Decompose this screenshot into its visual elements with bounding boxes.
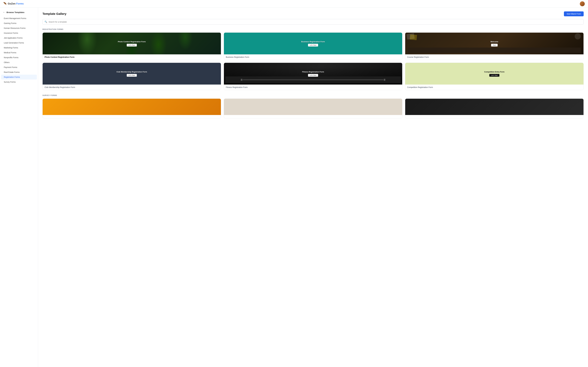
sidebar-item-insurance[interactable]: Insurance Forms bbox=[1, 31, 37, 35]
avatar[interactable] bbox=[580, 1, 585, 6]
card-label-survey-2 bbox=[224, 115, 402, 118]
sidebar-item-others[interactable]: Others bbox=[1, 60, 37, 65]
sidebar: ← Browse Templates Event Management Form… bbox=[0, 8, 38, 367]
card-thumbnail-club-membership: Club Membership Registration Form Let's … bbox=[43, 63, 221, 84]
registration-cards-grid: Photo Contest Registration Form Let's St… bbox=[43, 33, 584, 90]
card-business[interactable]: Business Registration Form Let's Start B… bbox=[224, 33, 402, 60]
gallery-title: Template Gallery bbox=[43, 12, 66, 16]
sidebar-item-nonprofits[interactable]: Nonprofits Forms bbox=[1, 55, 37, 60]
sidebar-nav: Event Management FormsGaming FormsHuman … bbox=[0, 16, 38, 84]
card-overlay-course: Welcome Start bbox=[405, 33, 584, 54]
search-input[interactable] bbox=[49, 21, 582, 23]
card-thumbnail-survey-1 bbox=[43, 99, 221, 115]
card-thumbnail-survey-3 bbox=[405, 99, 584, 115]
card-form-title-photo-contest: Photo Contest Registration Form bbox=[116, 41, 147, 43]
sidebar-header: ← Browse Templates bbox=[0, 10, 38, 16]
card-survey-2[interactable] bbox=[224, 99, 402, 118]
card-form-title-competition: Competition Entry Form bbox=[483, 71, 506, 73]
card-thumbnail-photo-contest: Photo Contest Registration Form Let's St… bbox=[43, 33, 221, 54]
card-form-title-business: Business Registration Form bbox=[300, 41, 326, 43]
registration-section: REGISTRATION FORMS Photo Contest Registr… bbox=[43, 28, 584, 90]
card-course[interactable]: Welcome Start Course Registration Form bbox=[405, 33, 584, 60]
card-label-survey-3 bbox=[405, 115, 584, 118]
card-label-fitness: Fitness Registration Form bbox=[224, 84, 402, 90]
sidebar-item-job-application[interactable]: Job Application Forms bbox=[1, 35, 37, 40]
card-thumbnail-competition: Competition Entry Form Let's Start bbox=[405, 63, 584, 84]
card-start-button-business[interactable]: Let's Start bbox=[308, 44, 318, 47]
card-start-button-fitness[interactable]: Let's Start bbox=[308, 74, 318, 77]
gallery-header: Template Gallery Start Blank From bbox=[43, 11, 584, 16]
sidebar-item-gaming[interactable]: Gaming Forms bbox=[1, 21, 37, 26]
survey-cards-grid bbox=[43, 99, 584, 118]
card-start-button-club-membership[interactable]: Let's Start bbox=[127, 74, 137, 77]
card-overlay-photo-contest: Photo Contest Registration Form Let's St… bbox=[43, 33, 221, 54]
card-thumbnail-business: Business Registration Form Let's Start bbox=[224, 33, 402, 54]
logo-text: GoZen Forms bbox=[8, 2, 24, 5]
card-competition[interactable]: Competition Entry Form Let's Start Compe… bbox=[405, 63, 584, 90]
sidebar-item-lead-generation[interactable]: Lead Generation Forms bbox=[1, 40, 37, 45]
card-thumbnail-fitness: Fitness Registration Form Let's Start bbox=[224, 63, 402, 84]
card-label-survey-1 bbox=[43, 115, 221, 118]
search-bar: 🔍 bbox=[43, 19, 584, 25]
card-form-title-course: Welcome bbox=[489, 41, 500, 43]
card-overlay-club-membership: Club Membership Registration Form Let's … bbox=[43, 63, 221, 84]
card-label-course: Course Registration Form bbox=[405, 54, 584, 60]
card-start-button-course[interactable]: Start bbox=[491, 44, 497, 47]
sidebar-item-payment[interactable]: Payment Forms bbox=[1, 65, 37, 70]
card-thumbnail-course: Welcome Start bbox=[405, 33, 584, 54]
card-survey-3[interactable] bbox=[405, 99, 584, 118]
card-start-button-photo-contest[interactable]: Let's Start bbox=[127, 44, 137, 47]
card-label-club-membership: Club Membership Registration Form bbox=[43, 84, 221, 90]
card-thumbnail-survey-2 bbox=[224, 99, 402, 115]
card-photo-contest[interactable]: Photo Contest Registration Form Let's St… bbox=[43, 33, 221, 60]
start-blank-button[interactable]: Start Blank From bbox=[564, 11, 584, 16]
logo[interactable]: 🪶 GoZen Forms bbox=[3, 2, 24, 6]
sidebar-item-event-management[interactable]: Event Management Forms bbox=[1, 16, 37, 21]
card-club-membership[interactable]: Club Membership Registration Form Let's … bbox=[43, 63, 221, 90]
card-form-title-fitness: Fitness Registration Form bbox=[300, 71, 326, 73]
card-form-title-club-membership: Club Membership Registration Form bbox=[115, 71, 149, 73]
back-button[interactable]: ← bbox=[3, 11, 5, 14]
card-label-photo-contest: Photo Contest Registration Form bbox=[43, 54, 221, 60]
sidebar-item-medical[interactable]: Medical Forms bbox=[1, 50, 37, 55]
card-fitness[interactable]: Fitness Registration Form Let's Start Fi… bbox=[224, 63, 402, 90]
card-overlay-competition: Competition Entry Form Let's Start bbox=[405, 63, 584, 84]
search-icon: 🔍 bbox=[44, 21, 47, 23]
card-label-business: Business Registration Form bbox=[224, 54, 402, 60]
card-start-button-competition[interactable]: Let's Start bbox=[489, 74, 499, 77]
sidebar-item-survey[interactable]: Survey Forms bbox=[1, 80, 37, 84]
sidebar-item-marketing[interactable]: Marketing Forms bbox=[1, 45, 37, 50]
sidebar-item-real-estate[interactable]: Real Estate Forms bbox=[1, 70, 37, 75]
registration-section-title: REGISTRATION FORMS bbox=[43, 28, 584, 30]
sidebar-title: Browse Templates bbox=[7, 11, 24, 13]
top-nav: 🪶 GoZen Forms bbox=[0, 0, 588, 8]
card-overlay-fitness: Fitness Registration Form Let's Start bbox=[224, 63, 402, 84]
main-layout: ← Browse Templates Event Management Form… bbox=[0, 8, 588, 367]
avatar-image bbox=[580, 1, 585, 6]
card-overlay-business: Business Registration Form Let's Start bbox=[224, 33, 402, 54]
sidebar-item-registration[interactable]: Registration Forms bbox=[1, 75, 37, 80]
logo-icon: 🪶 bbox=[3, 2, 7, 6]
card-survey-1[interactable] bbox=[43, 99, 221, 118]
content-area: Template Gallery Start Blank From 🔍 REGI… bbox=[38, 8, 588, 367]
sidebar-item-human-resources[interactable]: Human Resources Forms bbox=[1, 26, 37, 31]
survey-section-title: SURVEY FORMS bbox=[43, 94, 584, 96]
card-label-competition: Competition Registration Form bbox=[405, 84, 584, 90]
survey-section: SURVEY FORMS bbox=[43, 94, 584, 118]
